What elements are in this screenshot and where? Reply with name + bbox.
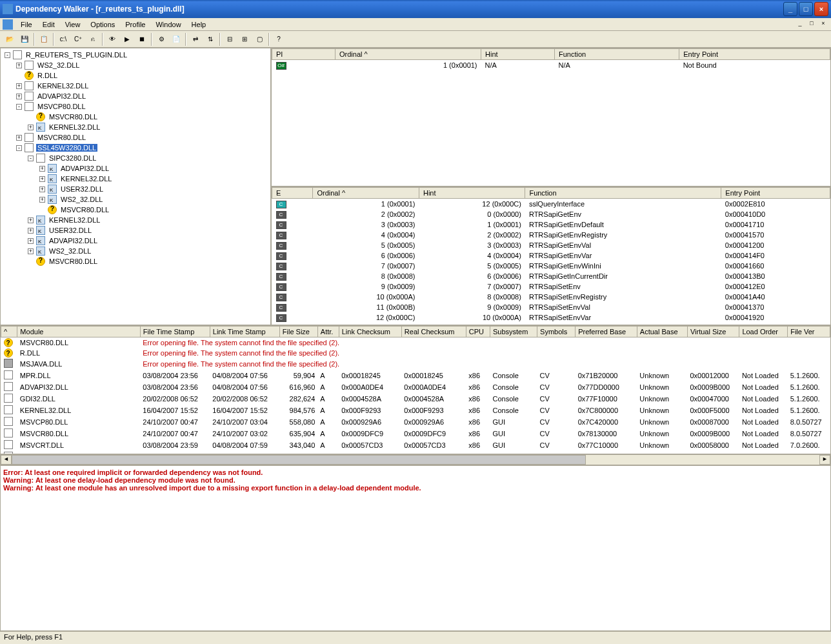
export-row[interactable]: C3 (0x0003)1 (0x0001)RTRSapiGetEnvDefaul… [272, 219, 830, 230]
menu-profile[interactable]: Profile [120, 19, 150, 30]
export-row[interactable]: C10 (0x000A)8 (0x0008)RTRSapiSetEnvRegis… [272, 292, 830, 302]
module-row[interactable]: R.DLLError opening file. The system cann… [1, 348, 830, 358]
tree-expander[interactable]: + [28, 125, 34, 130]
close-button[interactable]: × [814, 2, 828, 16]
menu-window[interactable]: Window [150, 19, 186, 30]
column-header[interactable]: Real Checksum [401, 327, 466, 337]
column-header[interactable]: File Ver [788, 327, 830, 337]
tree-expander[interactable]: + [39, 197, 45, 203]
hscrollbar[interactable]: ◄ ► [0, 454, 831, 465]
tree-expander[interactable]: + [16, 83, 22, 89]
tree-node[interactable]: -MSVCP80.DLL [2, 101, 269, 112]
export-row[interactable]: C12 (0x000C)10 (0x000A)RTRSapiSetEnvVar0… [272, 312, 830, 323]
tree-node[interactable]: MSVCR80.DLL [2, 205, 269, 215]
tree-node[interactable]: +ADVAPI32.DLL [2, 236, 269, 246]
imports-grid[interactable]: PIOrdinal ^HintFunctionEntry PointO#1 (0… [271, 48, 831, 186]
prev-icon[interactable]: ⇅ [203, 32, 217, 46]
mdi-restore-button[interactable]: □ [806, 20, 817, 29]
export-row[interactable]: C5 (0x0005)3 (0x0003)RTRSapiGetEnvVal0x0… [272, 240, 830, 250]
export-row[interactable]: C9 (0x0009)7 (0x0007)RTRSapiSetEnv0x0004… [272, 281, 830, 292]
column-header[interactable]: Hint [419, 188, 525, 199]
tree-node[interactable]: +ADVAPI32.DLL [2, 163, 269, 174]
mdi-minimize-button[interactable]: _ [795, 20, 805, 29]
tree-node[interactable]: +WS2_32.DLL [2, 60, 269, 70]
tree-node[interactable]: MSVCR80.DLL [2, 112, 269, 122]
tree-node[interactable]: -R_REUTERS_TS_PLUGIN.DLL [2, 50, 269, 60]
tree-node[interactable]: R.DLL [2, 70, 269, 81]
tree-node[interactable]: +KERNEL32.DLL [2, 215, 269, 225]
tree-expander[interactable]: + [28, 248, 34, 254]
column-header[interactable]: PI [272, 49, 335, 60]
tree-node[interactable]: MSVCR80.DLL [2, 256, 269, 267]
export-row[interactable]: C2 (0x0002)0 (0x0000)RTRSapiGetEnv0x0004… [272, 209, 830, 219]
fill-icon[interactable]: ▢ [252, 32, 266, 46]
column-header[interactable]: File Size [279, 327, 317, 337]
import-row[interactable]: O#1 (0x0001)N/AN/ANot Bound [272, 60, 830, 71]
syspath-icon[interactable]: ⚙ [154, 32, 168, 46]
copy-icon[interactable]: 📋 [37, 32, 51, 46]
tree-expander[interactable]: + [16, 94, 22, 99]
open-icon[interactable]: 📂 [3, 32, 17, 46]
module-row[interactable]: MSVCR80.DLLError opening file. The syste… [1, 337, 830, 348]
tree-expander[interactable]: - [16, 104, 22, 110]
column-header[interactable]: Subsystem [490, 327, 537, 337]
column-header[interactable]: E [272, 188, 313, 199]
tree-expander[interactable]: - [28, 156, 34, 161]
exports-grid[interactable]: EOrdinal ^HintFunctionEntry PointC1 (0x0… [271, 186, 831, 325]
tree-expander[interactable]: + [16, 63, 22, 68]
menu-view[interactable]: View [60, 19, 86, 30]
maximize-button[interactable]: □ [799, 2, 813, 16]
module-tree[interactable]: -R_REUTERS_TS_PLUGIN.DLL+WS2_32.DLLR.DLL… [0, 48, 271, 325]
tree-node[interactable]: +KERNEL32.DLL [2, 81, 269, 91]
column-header[interactable]: ^ [1, 327, 17, 337]
scroll-thumb[interactable] [12, 455, 586, 465]
log-pane[interactable]: Error: At least one required implicit or… [0, 465, 831, 631]
tree-expander[interactable]: + [39, 176, 45, 182]
module-row[interactable]: MSVCR80.DLL24/10/2007 00:4724/10/2007 03… [1, 428, 830, 439]
column-header[interactable]: Function [525, 188, 721, 199]
column-header[interactable]: File Time Stamp [140, 327, 210, 337]
scroll-right-button[interactable]: ► [819, 455, 830, 465]
locate-icon[interactable]: 👁 [105, 32, 119, 46]
column-header[interactable]: Symbols [537, 327, 576, 337]
stop-icon[interactable]: ⏹ [135, 32, 149, 46]
module-row[interactable]: MSVCRT.DLL03/08/2004 23:5904/08/2004 07:… [1, 439, 830, 451]
save-icon[interactable]: 💾 [17, 32, 32, 46]
module-row[interactable]: MSVCP80.DLL24/10/2007 00:4724/10/2007 03… [1, 416, 830, 428]
export-row[interactable]: C7 (0x0007)5 (0x0005)RTRSapiGetEnvWinIni… [272, 261, 830, 271]
autosize-icon[interactable]: c:\ [56, 32, 70, 46]
column-header[interactable]: CPU [466, 327, 490, 337]
tree-expander[interactable]: - [16, 145, 22, 151]
export-row[interactable]: C8 (0x0008)6 (0x0006)RTRSapiGetInCurrent… [272, 271, 830, 281]
tree-node[interactable]: +WS2_32.DLL [2, 194, 269, 205]
minimize-button[interactable]: _ [783, 2, 797, 16]
tree-node[interactable]: +USER32.DLL [2, 184, 269, 194]
fullpath-icon[interactable]: C⁺ [71, 32, 85, 46]
expand-icon[interactable]: ⊞ [237, 32, 252, 46]
column-header[interactable]: Entry Point [721, 188, 830, 199]
profile-icon[interactable]: ▶ [120, 32, 134, 46]
export-row[interactable]: C6 (0x0006)4 (0x0004)RTRSapiGetEnvVar0x0… [272, 250, 830, 261]
help-icon[interactable]: ? [272, 32, 286, 46]
export-row[interactable]: C1 (0x0001)12 (0x000C)sslQueryInterface0… [272, 199, 830, 210]
tree-expander[interactable]: + [28, 228, 34, 234]
tree-expander[interactable]: + [16, 135, 22, 141]
module-row[interactable]: ADVAPI32.DLL03/08/2004 23:5604/08/2004 0… [1, 381, 830, 393]
tree-expander[interactable]: + [28, 217, 34, 223]
tree-node[interactable]: +KERNEL32.DLL [2, 122, 269, 132]
export-row[interactable]: C11 (0x000B)9 (0x0009)RTRSapiSetEnvVal0x… [272, 302, 830, 312]
tree-node[interactable]: +WS2_32.DLL [2, 246, 269, 256]
tree-node[interactable]: +KERNEL32.DLL [2, 174, 269, 184]
module-list[interactable]: ^ModuleFile Time StampLink Time StampFil… [0, 325, 831, 454]
column-header[interactable]: Hint [481, 49, 555, 60]
tree-expander[interactable]: + [39, 186, 45, 192]
undecorate-icon[interactable]: ⎌ [86, 32, 100, 46]
tree-node[interactable]: +USER32.DLL [2, 225, 269, 236]
module-row[interactable]: MSJAVA.DLLError opening file. The system… [1, 358, 830, 370]
column-header[interactable]: Actual Base [637, 327, 687, 337]
properties-icon[interactable]: 📄 [169, 32, 183, 46]
tree-expander[interactable]: - [5, 52, 10, 58]
column-header[interactable]: Attr. [317, 327, 339, 337]
next-icon[interactable]: ⇄ [188, 32, 203, 46]
export-row[interactable]: C4 (0x0004)2 (0x0002)RTRSapiGetEnvRegist… [272, 230, 830, 240]
